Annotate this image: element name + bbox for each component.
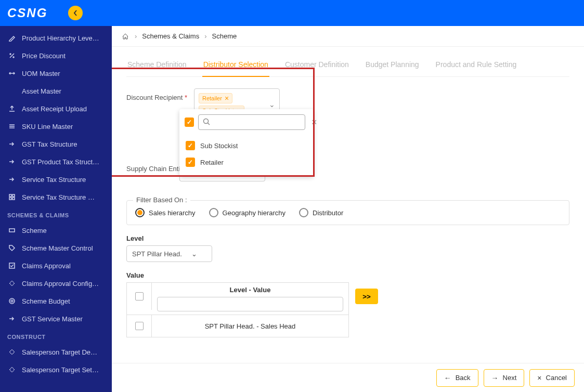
logo: CSNG [7,6,47,20]
dropdown-option-retailer[interactable]: Retailer [185,154,308,171]
sidebar-item-top-0[interactable]: Product Hierarchy Leve… [0,29,112,47]
dropdown-search-input[interactable] [213,119,301,126]
sidebar-item-label: SKU Line Master [22,123,73,130]
gear-icon [7,347,17,357]
sidebar: Product Hierarchy Leve…Price DiscountUOM… [0,26,112,392]
sidebar-item-schemes-0[interactable]: Scheme [0,221,112,239]
radios: Sales hierarchyGeography hierarchyDistri… [135,208,561,217]
sidebar-section-construct: CONSTRUCT [0,328,112,343]
sidebar-item-top-1[interactable]: Price Discount [0,47,112,64]
gear-icon [7,365,17,374]
sidebar-item-top-4[interactable]: Asset Receipt Upload [0,100,112,117]
sidebar-item-top-8[interactable]: Service Tax Structure [0,171,112,188]
filter-legend: Filter Based On : [133,196,190,204]
sidebar-item-label: UOM Master [22,70,60,77]
arrow-right-icon [7,157,17,166]
transfer-button[interactable]: >> [355,289,378,304]
sidebar-item-label: Claims Approval [22,262,71,270]
value-row-checkbox[interactable] [135,322,144,330]
arrow-left-icon: ← [444,374,451,382]
sidebar-item-top-9[interactable]: Service Tax Structure … [0,188,112,206]
cancel-button[interactable]: × Cancel [529,369,575,387]
tab-budget-planning[interactable]: Budget Planning [365,56,420,76]
tab-scheme-definition[interactable]: Scheme Definition [126,56,188,76]
sidebar-item-label: Scheme Budget [22,297,70,305]
sidebar-item-label: Service Tax Structure [22,176,86,184]
breadcrumb: › Schemes & Claims › Scheme [112,26,584,47]
list-icon [7,122,17,131]
sidebar-item-label: Price Discount [22,52,66,60]
sidebar-item-top-6[interactable]: GST Tax Structure [0,135,112,153]
value-filter-input[interactable] [157,297,343,311]
cancel-button-label: Cancel [546,374,567,382]
dropdown-search-wrap [198,114,305,130]
dropdown-panel: × Sub StockistRetailer [179,109,314,176]
option-label: Retailer [200,159,224,166]
gear-icon [7,279,17,288]
arrow-right-icon [7,314,17,323]
sidebar-item-label: Product Hierarchy Leve… [22,34,99,42]
option-checkbox[interactable] [186,158,195,167]
option-label: Sub Stockist [200,142,238,150]
chevron-right-icon: › [204,32,206,40]
dropdown-option-sub-stockist[interactable]: Sub Stockist [185,137,308,154]
main: › Schemes & Claims › Scheme Scheme Defin… [112,26,584,392]
value-header-title-cell: Level - Value [152,283,348,315]
arrow-right-icon [7,139,17,149]
level-label: Level [126,234,569,242]
radio-circle-icon [299,208,308,217]
radio-geography-hierarchy[interactable]: Geography hierarchy [209,208,285,217]
sidebar-item-top-3[interactable]: Asset Master [0,82,112,100]
sidebar-item-schemes-5[interactable]: GST Service Master [0,310,112,328]
grid-icon [7,192,17,202]
radio-label: Sales hierarchy [149,209,196,217]
sidebar-item-schemes-2[interactable]: Claims Approval [0,257,112,275]
sidebar-item-label: GST Tax Structure [22,140,77,148]
back-button[interactable]: ← Back [436,369,478,387]
tab-distributor-selection[interactable]: Distributor Selection [202,56,269,77]
level-select[interactable]: SPT Pillar Head. ⌄ [126,245,212,262]
topbar: CSNG [0,0,584,26]
sidebar-item-construct-1[interactable]: Salesperson Target Set… [0,361,112,378]
sidebar-item-label: Salesperson Target Set… [22,366,99,374]
footer: ← Back → Next × Cancel [112,363,584,392]
arrow-right-icon [7,175,17,184]
sidebar-section-schemes: SCHEMES & CLAIMS [0,206,112,221]
sidebar-item-schemes-3[interactable]: Claims Approval Config… [0,275,112,292]
sidebar-item-label: Service Tax Structure … [22,193,95,201]
option-checkbox[interactable] [186,141,195,150]
card-icon [7,226,17,235]
breadcrumb-item-schemes[interactable]: Schemes & Claims [142,32,199,40]
sidebar-item-top-5[interactable]: SKU Line Master [0,117,112,135]
select-all-values-checkbox[interactable] [135,292,144,300]
value-grid-header: Level - Value [127,283,348,315]
sidebar-item-schemes-1[interactable]: Scheme Master Control [0,239,112,257]
chip-retailer: Retailer× [199,93,232,103]
blank-icon [7,86,17,96]
sidebar-collapse-button[interactable] [68,6,83,20]
chip-remove-icon[interactable]: × [225,95,229,102]
level-select-value: SPT Pillar Head. [132,250,182,258]
value-table-wrap: Level - Value SPT Pillar Head. - Sales H… [126,282,569,337]
select-all-checkbox[interactable] [185,117,194,127]
home-icon[interactable] [121,32,129,41]
filter-group: Filter Based On : Sales hierarchyGeograp… [126,200,569,225]
tab-customer-definition[interactable]: Customer Definition [284,56,350,76]
value-row-checkbox-cell [127,315,152,337]
back-button-label: Back [456,374,471,382]
sidebar-item-schemes-4[interactable]: Scheme Budget [0,292,112,310]
radio-sales-hierarchy[interactable]: Sales hierarchy [135,208,196,217]
radio-distributor[interactable]: Distributor [299,208,343,217]
radio-circle-icon [209,208,218,217]
radio-circle-icon [135,208,145,217]
sidebar-item-top-7[interactable]: GST Product Tax Struct… [0,153,112,171]
sidebar-item-construct-0[interactable]: Salesperson Target De… [0,343,112,361]
sidebar-item-top-2[interactable]: UOM Master [0,64,112,82]
tab-product-and-rule-setting[interactable]: Product and Rule Setting [435,56,518,76]
value-grid: Level - Value SPT Pillar Head. - Sales H… [126,282,349,337]
sidebar-item-label: Claims Approval Config… [22,280,99,288]
breadcrumb-item-scheme[interactable]: Scheme [212,32,237,40]
target-icon [7,296,17,306]
next-button[interactable]: → Next [484,369,525,387]
close-icon[interactable]: × [309,117,319,128]
